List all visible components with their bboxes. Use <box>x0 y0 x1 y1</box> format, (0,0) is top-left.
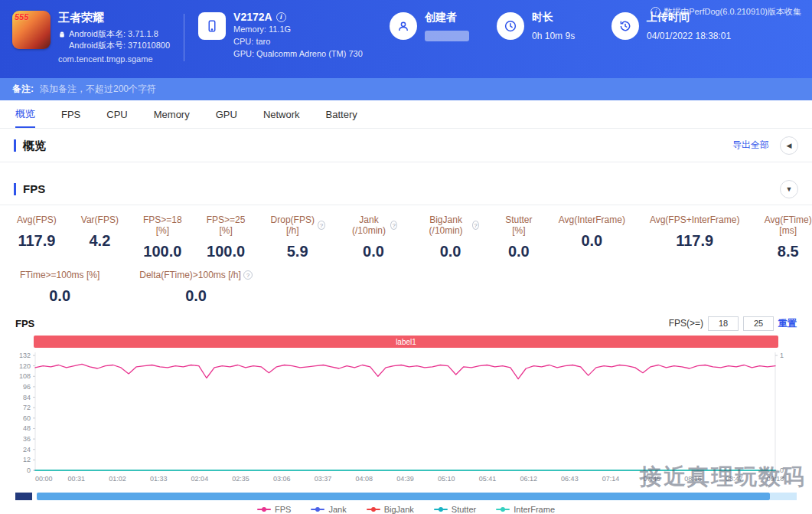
svg-text:05:41: 05:41 <box>479 475 497 483</box>
stat-delta-ftime-100ms-h-: Delta(FTime)>100ms [/h]?0.0 <box>139 270 253 305</box>
svg-text:01:02: 01:02 <box>109 475 126 483</box>
stat-value: 0.0 <box>422 243 479 260</box>
app-icon-badge: 555 <box>15 12 28 21</box>
legend-label: Stutter <box>452 505 476 514</box>
stat-value: 0.0 <box>350 243 397 260</box>
legend-item-bigjank[interactable]: BigJank <box>367 505 414 514</box>
stat-label: Avg(FTime) [ms] <box>764 214 812 236</box>
stat-var-fps-: Var(FPS)4.2 <box>81 214 119 260</box>
stat-label: Stutter [%] <box>504 214 534 236</box>
legend-label: InterFrame <box>514 505 555 514</box>
stat-info-icon[interactable]: ? <box>472 221 479 230</box>
tab-CPU[interactable]: CPU <box>106 100 127 128</box>
stat-ftime-100ms-: FTime>=100ms [%]0.0 <box>20 270 99 305</box>
svg-text:03:37: 03:37 <box>315 475 332 483</box>
stat-value: 0.0 <box>20 287 99 305</box>
svg-text:04:08: 04:08 <box>356 475 373 483</box>
stat-avg-ftime-ms-: Avg(FTime) [ms]8.5 <box>764 214 812 260</box>
svg-text:01:33: 01:33 <box>150 475 168 483</box>
upload-time-value: 04/01/2022 18:38:01 <box>647 31 731 41</box>
svg-text:132: 132 <box>19 352 31 359</box>
info-icon: i <box>651 7 660 17</box>
legend-item-jank[interactable]: Jank <box>311 505 346 514</box>
stat-label: Var(FPS) <box>81 214 119 225</box>
fps-line-chart[interactable]: 012243648607284961081201320100:0000:3101… <box>15 349 797 487</box>
collapse-left-button[interactable]: ◀ <box>780 136 798 155</box>
tab-Network[interactable]: Network <box>263 100 300 128</box>
stat-value: 117.9 <box>650 232 739 250</box>
overview-title: 概览 <box>14 139 46 152</box>
collapse-down-button[interactable]: ▼ <box>780 180 798 198</box>
stat-fps-18-: FPS>=18 [%]100.0 <box>143 214 182 260</box>
phone-icon <box>198 12 226 40</box>
app-icon: 555 <box>12 11 51 49</box>
app-package: com.tencent.tmgp.sgame <box>58 54 170 64</box>
scrollbar-thumb[interactable] <box>37 493 770 500</box>
tab-Battery[interactable]: Battery <box>326 100 357 128</box>
svg-text:84: 84 <box>23 394 31 401</box>
fps-chart-block: FPS FPS(>=) 18 25 重置 label1 012243648607… <box>0 309 812 514</box>
chart-horizontal-scrollbar[interactable] <box>15 493 797 500</box>
svg-text:03:06: 03:06 <box>273 475 291 483</box>
note-bar: 备注: 添加备注，不超过200个字符 <box>0 78 812 100</box>
svg-text:72: 72 <box>23 404 31 411</box>
svg-text:06:12: 06:12 <box>520 475 537 483</box>
stat-label: FTime>=100ms [%] <box>20 270 99 280</box>
svg-text:36: 36 <box>23 435 31 443</box>
fps-section-header: FPS ▼ <box>0 162 812 205</box>
tab-FPS[interactable]: FPS <box>61 100 80 128</box>
legend-marker <box>434 509 448 510</box>
creator-name-redacted <box>425 31 469 41</box>
chart-legend: FPSJankBigJankStutterInterFrame <box>15 505 797 514</box>
note-label: 备注: <box>12 83 34 96</box>
stat-avg-fps-interframe-: Avg(FPS+InterFrame)117.9 <box>650 214 739 260</box>
fps-stats: Avg(FPS)117.9Var(FPS)4.2FPS>=18 [%]100.0… <box>0 205 812 309</box>
svg-text:00:31: 00:31 <box>67 475 85 483</box>
svg-text:1: 1 <box>780 352 784 359</box>
tab-GPU[interactable]: GPU <box>216 100 237 128</box>
tab-Memory[interactable]: Memory <box>154 100 190 128</box>
tab-概览[interactable]: 概览 <box>15 100 35 128</box>
device-info-block: V2172A i Memory: 11.1G CPU: taro GPU: Qu… <box>198 11 390 60</box>
svg-text:02:04: 02:04 <box>191 475 209 483</box>
stat-label: Jank (/10min)? <box>350 214 397 236</box>
stat-drop-fps-h-: Drop(FPS) [/h]?5.9 <box>269 214 324 260</box>
stat-info-icon[interactable]: ? <box>243 270 253 280</box>
device-info-icon[interactable]: i <box>276 12 286 22</box>
note-input-placeholder[interactable]: 添加备注，不超过200个字符 <box>40 83 156 96</box>
svg-text:120: 120 <box>19 362 31 370</box>
app-version-code: Android版本号: 371010800 <box>58 40 170 51</box>
collect-source-note: i 数据由PerfDog(6.0.210910)版本收集 <box>651 6 801 18</box>
fps-threshold-low-input[interactable]: 18 <box>708 316 739 331</box>
fps-threshold-controls: FPS(>=) 18 25 重置 <box>669 316 797 331</box>
threshold-reset-button[interactable]: 重置 <box>778 317 797 330</box>
stat-label: Avg(InterFrame) <box>559 214 625 225</box>
scrollbar-track[interactable] <box>770 493 797 500</box>
stat-label: Avg(FPS) <box>17 214 57 225</box>
legend-item-interframe[interactable]: InterFrame <box>496 505 555 514</box>
clock-icon <box>497 12 524 40</box>
svg-text:05:10: 05:10 <box>438 475 455 483</box>
legend-marker <box>257 509 271 510</box>
stat-value: 100.0 <box>207 243 246 260</box>
tab-bar: 概览FPSCPUMemoryGPUNetworkBattery <box>0 100 812 129</box>
stat-info-icon[interactable]: ? <box>318 221 325 230</box>
svg-text:07:14: 07:14 <box>602 475 620 483</box>
legend-item-stutter[interactable]: Stutter <box>434 505 476 514</box>
svg-text:24: 24 <box>23 446 31 453</box>
svg-text:00:00: 00:00 <box>35 475 53 483</box>
stat-stutter-: Stutter [%]0.0 <box>504 214 534 260</box>
fps-threshold-label: FPS(>=) <box>669 318 703 329</box>
stat-value: 0.0 <box>559 232 625 250</box>
stat-label: FPS>=25 [%] <box>207 214 246 236</box>
chart-label-banner: label1 <box>34 336 778 348</box>
export-all-link[interactable]: 导出全部 <box>732 139 769 152</box>
fps-threshold-high-input[interactable]: 25 <box>743 316 774 331</box>
stat-info-icon[interactable]: ? <box>390 221 397 230</box>
android-icon <box>58 31 66 38</box>
app-info-block: 555 王者荣耀 Android版本名: 3.71.1.8 Android版本号… <box>12 11 170 64</box>
legend-item-fps[interactable]: FPS <box>257 505 291 514</box>
svg-text:12: 12 <box>23 456 31 463</box>
legend-marker <box>367 509 380 510</box>
stat-value: 0.0 <box>504 243 534 260</box>
